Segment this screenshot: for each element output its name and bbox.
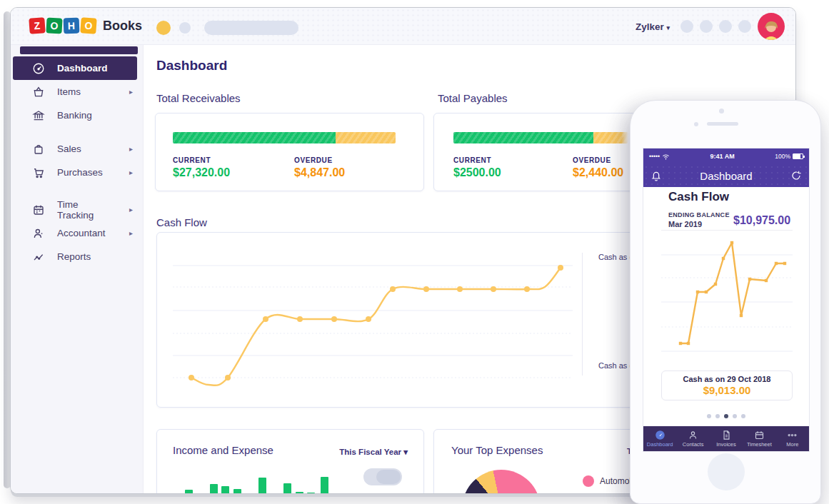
shopping-bag-icon xyxy=(32,143,45,156)
topbar-icon-placeholder-2[interactable] xyxy=(700,20,713,33)
chevron-down-icon: ▾ xyxy=(666,24,670,31)
tab-invoices[interactable]: Invoices xyxy=(710,426,743,451)
divider xyxy=(661,230,793,231)
timesheet-tab-icon xyxy=(754,430,765,440)
window-control-dot[interactable] xyxy=(156,21,171,35)
pagination-dot[interactable] xyxy=(715,414,720,418)
toolbar-dot[interactable] xyxy=(179,22,191,34)
topbar-icon-placeholder-4[interactable] xyxy=(738,20,751,33)
sidebar: Dashboard Items ▸ Banking xyxy=(11,45,144,493)
battery-icon xyxy=(793,153,803,159)
zoho-books-logo[interactable]: Z O H O Books xyxy=(29,18,142,34)
tab-dashboard[interactable]: Dashboard xyxy=(643,426,676,451)
bell-icon[interactable] xyxy=(650,170,662,181)
payables-overdue-value: $2,440.00 xyxy=(573,166,623,179)
battery-percent: 100% xyxy=(775,153,790,160)
income-expense-bar xyxy=(210,484,218,494)
payables-card: CURRENT $2500.00 OVERDUE $2,440.00 xyxy=(433,113,640,191)
sidebar-item-label: Banking xyxy=(57,110,92,121)
page-title: Dashboard xyxy=(156,58,227,74)
invoices-tab-icon xyxy=(721,430,732,440)
screenshot-stage: Z O H O Books Zylker ▾ xyxy=(0,0,829,504)
sidebar-item-items[interactable]: Items ▸ xyxy=(11,80,143,104)
sidebar-item-time-tracking[interactable]: Time Tracking ▸ xyxy=(11,198,143,221)
phone-cashflow-line-chart xyxy=(661,236,793,361)
topbar-icon-placeholder-3[interactable] xyxy=(719,20,732,33)
cashflow-legend-divider xyxy=(582,253,583,376)
income-expense-bar xyxy=(185,490,193,494)
cashflow-section-title: Cash Flow xyxy=(156,216,207,228)
sidebar-item-label: Accountant xyxy=(57,228,106,238)
phone-nav-title: Dashboard xyxy=(662,170,790,182)
phone-cashflow-title: Cash Flow xyxy=(668,190,729,204)
person-icon xyxy=(32,227,45,240)
org-selector[interactable]: Zylker ▾ xyxy=(635,21,670,32)
legend-dot xyxy=(583,475,594,487)
sidebar-item-dashboard[interactable]: Dashboard xyxy=(13,56,137,80)
toolbar-pill[interactable] xyxy=(204,21,298,35)
income-expense-bar xyxy=(321,477,328,494)
sidebar-item-label: Sales xyxy=(57,143,81,154)
sidebar-item-label: Reports xyxy=(57,251,91,262)
sidebar-item-purchases[interactable]: Purchases ▸ xyxy=(11,161,143,184)
sidebar-nav: Dashboard Items ▸ Banking xyxy=(11,56,143,268)
cash-as-on-card[interactable]: Cash as on 29 Oct 2018 $9,013.00 xyxy=(661,371,793,400)
cashflow-card: Cash as o Cash as o xyxy=(156,232,642,408)
income-expense-bar-chart xyxy=(157,430,423,494)
receivables-overdue-segment xyxy=(336,132,396,143)
sidebar-item-reports[interactable]: Reports xyxy=(11,245,143,268)
phone-screen: ••••• 9:41 AM 100% Dashboard Cash Flow E… xyxy=(643,148,810,452)
receivables-current-value: $27,320.00 xyxy=(173,166,230,179)
payables-overdue-label: OVERDUE xyxy=(573,156,623,164)
cashflow-side-label-bottom: Cash as o xyxy=(598,361,634,370)
phone-nav-bar: Dashboard xyxy=(643,164,809,187)
ending-balance-period: Mar 2019 xyxy=(668,220,702,228)
dashboard-icon xyxy=(32,62,45,75)
payables-progress-bar xyxy=(453,132,628,143)
logo-tile-z: Z xyxy=(29,17,45,34)
sidebar-item-label: Items xyxy=(57,86,81,97)
top-expenses-title: Your Top Expenses xyxy=(451,444,543,456)
cash-as-on-label: Cash as on 29 Oct 2018 xyxy=(662,375,792,383)
pagination-dot[interactable] xyxy=(724,414,728,418)
pagination-dot[interactable] xyxy=(733,414,737,418)
chevron-right-icon: ▸ xyxy=(129,168,133,176)
income-expense-bar xyxy=(283,483,291,494)
tab-more[interactable]: More xyxy=(776,426,809,451)
payables-current-label: CURRENT xyxy=(453,156,501,164)
pagination-dot[interactable] xyxy=(741,414,745,418)
ending-balance-label: ENDING BALANCE xyxy=(668,211,730,218)
tab-timesheet[interactable]: Timesheet xyxy=(743,426,775,451)
phone-status-bar: ••••• 9:41 AM 100% xyxy=(643,148,809,164)
status-time: 9:41 AM xyxy=(670,153,775,160)
sidebar-item-banking[interactable]: Banking xyxy=(11,104,143,127)
pagination-dot[interactable] xyxy=(707,414,711,418)
income-expense-bar xyxy=(296,492,303,494)
phone-content: Cash Flow ENDING BALANCE Mar 2019 $10,97… xyxy=(643,187,809,426)
topbar-icon-placeholder-1[interactable] xyxy=(680,20,693,33)
chevron-right-icon: ▸ xyxy=(129,229,133,237)
pagination-dots[interactable] xyxy=(643,414,809,418)
income-expense-bar xyxy=(258,478,266,494)
sidebar-item-label: Dashboard xyxy=(57,63,108,74)
receivables-section-title: Total Receivables xyxy=(156,92,241,104)
receivables-overdue-value: $4,847.00 xyxy=(294,166,345,179)
refresh-icon[interactable] xyxy=(790,170,802,181)
income-expense-bar xyxy=(233,489,241,494)
logo-tile-o1: O xyxy=(46,17,62,34)
phone-sensor-icon xyxy=(694,122,698,126)
phone-home-button[interactable] xyxy=(708,453,745,490)
sidebar-item-accountant[interactable]: Accountant ▸ xyxy=(11,221,143,245)
phone-camera-icon xyxy=(719,109,724,114)
topbar-right-cluster: Zylker ▾ xyxy=(635,8,785,45)
payables-section-title: Total Payables xyxy=(438,92,508,104)
cart-icon xyxy=(32,166,45,179)
logo-wordmark: Books xyxy=(103,19,142,34)
chevron-right-icon: ▸ xyxy=(129,145,133,153)
sidebar-item-label: Time Tracking xyxy=(57,199,117,221)
user-avatar[interactable] xyxy=(758,13,785,40)
sidebar-item-sales[interactable]: Sales ▸ xyxy=(11,137,143,161)
tab-contacts[interactable]: Contacts xyxy=(676,426,709,451)
basket-icon xyxy=(32,86,45,99)
phone-tab-bar: Dashboard Contacts Invoices Timesheet Mo… xyxy=(643,426,809,451)
